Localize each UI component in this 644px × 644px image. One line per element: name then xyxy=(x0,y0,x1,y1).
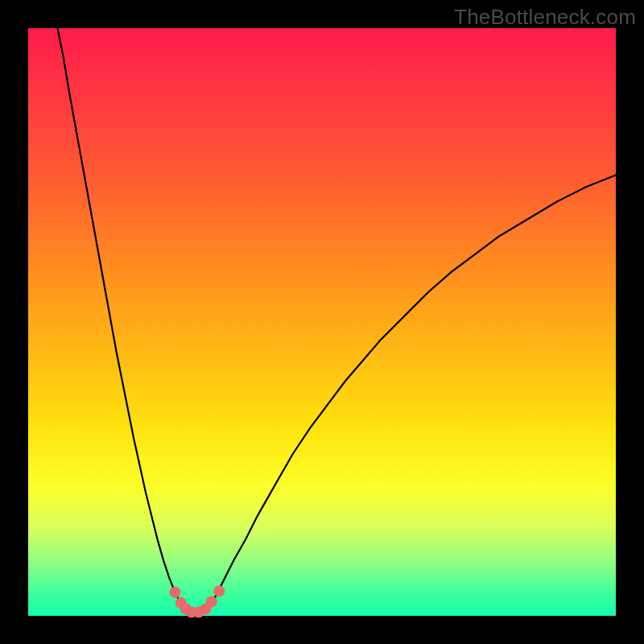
bottleneck-curve xyxy=(58,28,617,613)
bottleneck-chart xyxy=(28,28,616,616)
bottleneck-markers xyxy=(170,585,225,617)
bottleneck-marker xyxy=(170,587,181,598)
bottleneck-marker xyxy=(213,585,225,597)
watermark-label: TheBottleneck.com xyxy=(454,5,636,30)
chart-stage: TheBottleneck.com xyxy=(0,0,644,644)
bottleneck-marker xyxy=(206,596,217,607)
plot-area xyxy=(28,28,616,616)
